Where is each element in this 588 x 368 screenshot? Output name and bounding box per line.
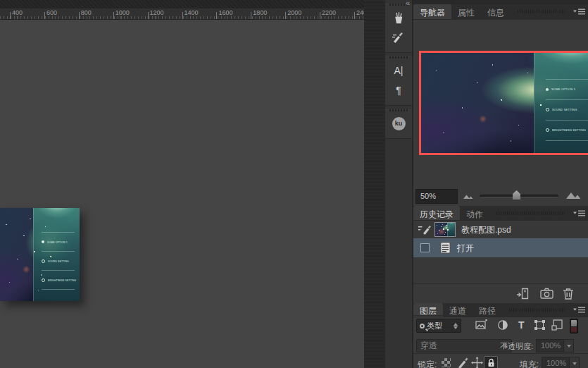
ruler-label: 1600 [218,9,232,16]
layer-filtering-toggle[interactable] [570,319,578,333]
filter-type-layers-icon[interactable]: T [518,319,525,331]
ruler-major-tick [320,12,320,19]
new-document-from-state-button[interactable] [516,288,530,302]
tab-drag-area[interactable] [518,10,566,13]
ruler-label: 2000 [287,9,301,16]
tab-navigator[interactable]: 导航器 [413,4,451,19]
history-snapshot-row[interactable]: 教程配图.psd [413,221,588,238]
brightness-icon [546,128,549,132]
panel-menu-icon [573,210,585,216]
open-state-icon [440,242,451,254]
brush-presets-panel-button[interactable] [387,8,410,27]
opacity-value-input[interactable]: 100% [536,339,564,352]
layer-filter-type-dropdown[interactable]: 类型 [416,319,461,333]
panel-menu-button[interactable] [573,8,585,15]
tab-actions[interactable]: 动作 [460,206,489,220]
history-snapshot-thumbnail[interactable] [434,222,456,237]
ruler-major-tick [251,12,251,19]
navigator-tab-bar: 导航器 属性 信息 [413,4,588,20]
divider [546,120,588,121]
kuler-panel-button[interactable]: ku [387,114,410,133]
history-brush-source-checkbox[interactable] [420,243,430,252]
menu-item-label: SOME OPTION 1 [551,88,575,92]
paragraph-panel-button[interactable]: ¶ [387,81,410,99]
lock-all-button-pressed[interactable] [484,356,498,368]
menu-item-label: SOME OPTION 1 [47,240,68,243]
brush-presets-icon [392,11,406,25]
navigator-zoom-row: 50% [413,188,588,206]
lock-image-pixels-icon[interactable] [457,357,469,368]
ruler-label: 2200 [322,9,336,16]
grip-dots[interactable] [389,109,408,111]
artwork-menu-panel [447,223,455,236]
canvas[interactable]: SOME OPTION 1 SOUND SETTING BRIGHTNESS S… [0,20,364,368]
artwork-menu-panel: SOME OPTION 1 SOUND SETTING BRIGHTNESS S… [534,53,588,153]
tab-info[interactable]: 信息 [481,4,511,19]
panel-menu-icon [573,307,585,313]
open-document[interactable]: SOME OPTION 1 SOUND SETTING BRIGHTNESS S… [0,208,80,301]
chevron-down-icon [567,345,571,350]
filter-smart-objects-icon[interactable] [551,319,563,331]
blend-mode-value: 穿透 [420,340,437,352]
divider [42,289,75,290]
history-state-name: 打开 [457,243,474,254]
panel-menu-button[interactable] [573,307,585,313]
layer-filter-row: 类型 T [413,317,588,336]
history-brush-source-icon[interactable] [418,223,431,235]
ruler-major-tick [216,12,217,19]
new-document-icon [516,288,530,300]
menu-item: BRIGHTNESS SETTING [546,127,588,133]
tab-drag-area[interactable] [496,211,566,215]
camera-icon [540,288,553,299]
panel-dock-strip: « [384,0,413,368]
trash-icon [563,288,574,300]
opacity-dropdown-button[interactable] [564,339,574,352]
zoom-percentage-input[interactable]: 50% [415,189,458,204]
menu-item: SOME OPTION 1 [546,86,588,92]
menu-item-label: SOUND SETTING [48,259,69,262]
divider [42,232,75,233]
history-state-row-selected[interactable]: 打开 [413,238,588,257]
character-panel-icon: A| [394,65,404,76]
ruler-major-tick [113,12,114,19]
lock-position-icon[interactable] [471,357,483,368]
brush-icon [392,30,406,44]
panels-column: 导航器 属性 信息 SO [413,0,588,368]
history-tab-bar: 历史记录 动作 [413,206,588,221]
ruler-major-tick [44,12,45,19]
expand-panels-button[interactable]: « [406,0,409,7]
zoom-in-icon[interactable] [565,190,582,200]
dock-group-kuler: ku [385,109,412,139]
ruler-label: 1400 [184,9,199,16]
filter-adjustment-layers-icon[interactable] [497,319,508,331]
dot-icon [546,88,549,91]
tab-drag-area[interactable] [509,308,566,312]
lock-transparent-pixels-icon[interactable] [442,358,451,367]
lock-label: 锁定: [418,359,437,368]
filter-shape-layers-icon[interactable] [534,319,546,331]
navigator-proxy-view[interactable]: SOME OPTION 1 SOUND SETTING BRIGHTNESS S… [419,51,588,155]
tab-properties[interactable]: 属性 [451,4,481,19]
filter-type-label: 类型 [427,321,451,331]
grip-dots[interactable] [389,56,408,59]
zoom-out-icon[interactable] [463,193,475,200]
fill-dropdown-button[interactable] [570,357,580,368]
horizontal-ruler[interactable]: 4006008001000120014001600180020002200240 [0,8,364,20]
fill-value-input[interactable]: 100% [542,357,570,368]
filter-pixel-layers-icon[interactable] [475,319,487,330]
zoom-slider-thumb[interactable] [513,190,520,200]
history-list: 教程配图.psd 打开 [413,221,588,283]
ruler-major-tick [182,12,183,19]
kuler-icon: ku [392,117,406,130]
delete-state-button[interactable] [563,288,574,302]
menu-item: SOUND SETTING [546,106,588,113]
character-panel-button[interactable]: A| [387,61,410,80]
brush-panel-button[interactable] [387,28,410,47]
artwork-menu-list: SOME OPTION 1 SOUND SETTING BRIGHTNESS S… [546,79,588,141]
new-snapshot-button[interactable] [540,288,553,302]
panel-menu-button[interactable] [573,210,585,216]
divider [42,270,75,271]
navigator-preview-artwork: SOME OPTION 1 SOUND SETTING BRIGHTNESS S… [421,53,588,153]
options-bar-edge [0,0,364,8]
tab-history[interactable]: 历史记录 [413,206,460,220]
